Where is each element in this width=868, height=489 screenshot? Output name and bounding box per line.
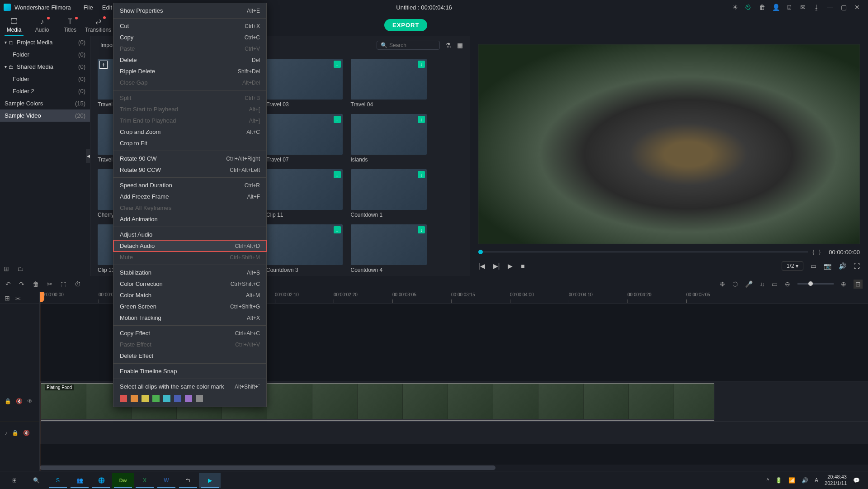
tab-transitions[interactable]: ⇄Transitions xyxy=(84,17,112,36)
sidebar-item[interactable]: Folder(0) xyxy=(0,48,90,61)
media-clip[interactable]: ↓Countdown 3 xyxy=(266,224,343,273)
ctx-item[interactable]: Select all clips with the same color mar… xyxy=(113,381,266,392)
save-icon[interactable]: 🗎 xyxy=(786,4,793,11)
media-clip[interactable]: ↓Travel 07 xyxy=(266,114,343,163)
search-input[interactable] xyxy=(389,42,436,48)
stop-icon[interactable]: ■ xyxy=(521,262,524,270)
taskbar-app-word[interactable]: W xyxy=(156,473,177,488)
taskbar-app-skype[interactable]: S xyxy=(47,473,69,488)
redo-icon[interactable]: ↷ xyxy=(19,280,24,288)
ctx-item[interactable]: Detach AudioCtrl+Alt+D xyxy=(113,240,266,252)
zoom-out-icon[interactable]: ⊖ xyxy=(785,280,790,288)
notification-icon[interactable]: 💬 xyxy=(853,477,860,484)
playhead[interactable] xyxy=(41,292,41,471)
ctx-item[interactable]: Delete Effect xyxy=(113,350,266,361)
volume-icon[interactable]: 🔊 xyxy=(839,262,846,270)
ctx-item[interactable]: DeleteDel xyxy=(113,54,266,66)
timeline-scrollbar[interactable] xyxy=(40,465,868,471)
tray-chevron-icon[interactable]: ^ xyxy=(766,477,769,484)
ctx-item[interactable]: Enable Timeline Snap xyxy=(113,366,266,377)
lock-icon[interactable]: 🔒 xyxy=(12,430,19,436)
bracket-left[interactable]: { xyxy=(812,249,814,255)
color-swatch[interactable] xyxy=(163,395,170,402)
ctx-item[interactable]: Rotate 90 CWCtrl+Alt+Right xyxy=(113,153,266,164)
mute-track-icon[interactable]: 🔇 xyxy=(16,398,23,404)
marker-icon[interactable]: ⬡ xyxy=(732,280,738,288)
download-icon[interactable]: ↓ xyxy=(418,226,425,233)
ctx-item[interactable]: Copy EffectCtrl+Alt+C xyxy=(113,328,266,339)
ctx-item[interactable]: Adjust Audio xyxy=(113,229,266,240)
search-taskbar-icon[interactable]: 🔍 xyxy=(25,473,47,488)
export-button[interactable]: EXPORT xyxy=(384,19,427,31)
speed-icon[interactable]: ⏱ xyxy=(75,280,81,288)
audio-track-header[interactable]: ♪ 🔒 🔇 xyxy=(0,422,39,444)
grid-view-icon[interactable]: ▦ xyxy=(456,42,463,49)
sidebar-collapse-icon[interactable]: ◀ xyxy=(86,149,90,163)
color-swatch[interactable] xyxy=(196,395,203,402)
audio-mixer-icon[interactable]: ♫ xyxy=(760,280,765,288)
zoom-in-icon[interactable]: ⊕ xyxy=(841,280,846,288)
voiceover-icon[interactable]: 🎤 xyxy=(745,280,753,288)
ctx-item[interactable]: Crop to Fit xyxy=(113,138,266,149)
crop-icon[interactable]: ⬚ xyxy=(61,280,66,288)
download-icon[interactable]: ↓ xyxy=(334,226,341,233)
account-icon[interactable]: 👤 xyxy=(772,4,779,11)
media-clip[interactable]: ↓Travel 04 xyxy=(351,59,427,108)
ctx-item[interactable]: Add Animation xyxy=(113,214,266,225)
delete-icon[interactable]: 🗑 xyxy=(33,280,39,288)
download-icon[interactable]: ⭳ xyxy=(813,4,820,11)
ctx-item[interactable]: CutCtrl+X xyxy=(113,20,266,32)
tray-wifi-icon[interactable]: 📶 xyxy=(788,477,795,484)
download-icon[interactable]: ↓ xyxy=(418,171,425,178)
render-icon[interactable]: ❉ xyxy=(720,280,725,288)
download-icon[interactable]: ↓ xyxy=(418,61,425,68)
sidebar-item[interactable]: Sample Video(20) xyxy=(0,109,90,122)
tray-volume-icon[interactable]: 🔊 xyxy=(802,477,808,484)
taskbar-app-chrome[interactable]: 🌐 xyxy=(90,473,112,488)
zoom-slider[interactable] xyxy=(797,283,834,285)
zoom-fit-icon[interactable]: ⊡ xyxy=(854,280,863,289)
ctx-item[interactable]: Green ScreenCtrl+Shift+G xyxy=(113,301,266,312)
tray-ime-icon[interactable]: A xyxy=(815,477,818,484)
start-button[interactable]: ⊞ xyxy=(4,473,25,488)
tray-battery-icon[interactable]: 🔋 xyxy=(775,477,782,484)
filter-icon[interactable]: ⚗ xyxy=(444,42,452,49)
track-manage-icon[interactable]: ⊞ xyxy=(5,294,10,302)
download-icon[interactable]: ↓ xyxy=(334,61,341,68)
visibility-icon[interactable]: 👁 xyxy=(27,398,33,404)
color-swatch[interactable] xyxy=(174,395,181,402)
zoom-ratio[interactable]: 1/2 ▾ xyxy=(782,261,803,271)
ctx-item[interactable]: Motion TrackingAlt+X xyxy=(113,312,266,323)
download-icon[interactable]: ↓ xyxy=(334,171,341,178)
media-clip[interactable]: ↓Countdown 1 xyxy=(351,169,427,218)
taskbar-app-dreamweaver[interactable]: Dw xyxy=(112,473,134,488)
settings-icon[interactable]: ☀ xyxy=(731,4,739,11)
share-icon[interactable]: ✉ xyxy=(799,4,807,11)
sidebar-item[interactable]: ▾🗀Shared Media(0) xyxy=(0,61,90,73)
media-clip[interactable]: ↓Countdown 4 xyxy=(351,224,427,273)
headphones-icon[interactable]: ⛒ xyxy=(745,4,752,11)
preview-canvas[interactable] xyxy=(478,44,860,244)
video-track-header[interactable]: 🔒 🔇 👁 xyxy=(0,381,39,422)
adjust-icon[interactable]: ⫘ xyxy=(14,294,21,302)
recorder-icon[interactable]: ▭ xyxy=(772,280,778,288)
undo-icon[interactable]: ↶ xyxy=(5,280,11,288)
preview-scrubber[interactable]: { } 00:00:00:00 xyxy=(478,248,860,256)
new-folder-icon[interactable]: ⊞ xyxy=(4,265,9,272)
tab-titles[interactable]: TTitles xyxy=(56,18,84,36)
color-swatch[interactable] xyxy=(131,395,138,402)
download-icon[interactable]: ↓ xyxy=(334,116,341,123)
fullscreen-icon[interactable]: ⛶ xyxy=(854,262,860,270)
snapshot-icon[interactable]: 📷 xyxy=(824,262,831,270)
trash-icon[interactable]: 🗑 xyxy=(759,4,766,11)
sidebar-item[interactable]: Sample Colors(15) xyxy=(0,97,90,109)
ctx-item[interactable]: CopyCtrl+C xyxy=(113,32,266,43)
media-clip[interactable]: ↓Islands xyxy=(351,114,427,163)
media-clip[interactable]: ↓Travel 03 xyxy=(266,59,343,108)
color-swatch[interactable] xyxy=(185,395,192,402)
taskbar-app-teams[interactable]: 👥 xyxy=(69,473,90,488)
menu-file[interactable]: File xyxy=(79,4,98,11)
ctx-item[interactable]: Crop and ZoomAlt+C xyxy=(113,126,266,138)
download-icon[interactable]: ↓ xyxy=(418,116,425,123)
ctx-item[interactable]: Speed and DurationCtrl+R xyxy=(113,180,266,191)
